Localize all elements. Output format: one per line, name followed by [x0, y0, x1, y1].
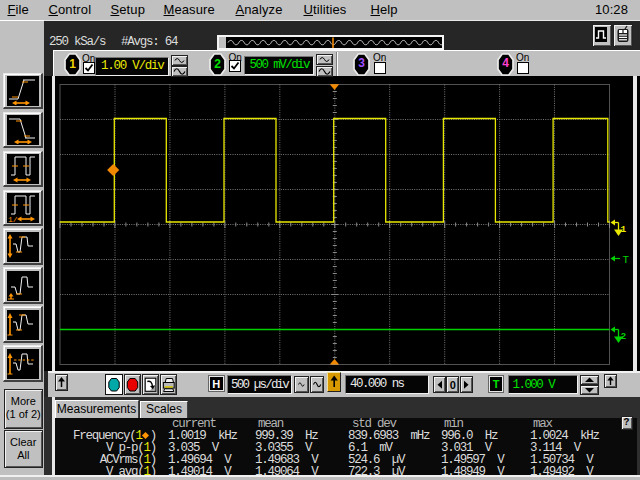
svg-text:T: T: [623, 254, 630, 266]
svg-text:2: 2: [621, 331, 627, 342]
svg-text:1/: 1/: [8, 215, 18, 222]
svg-text:1: 1: [621, 224, 627, 235]
